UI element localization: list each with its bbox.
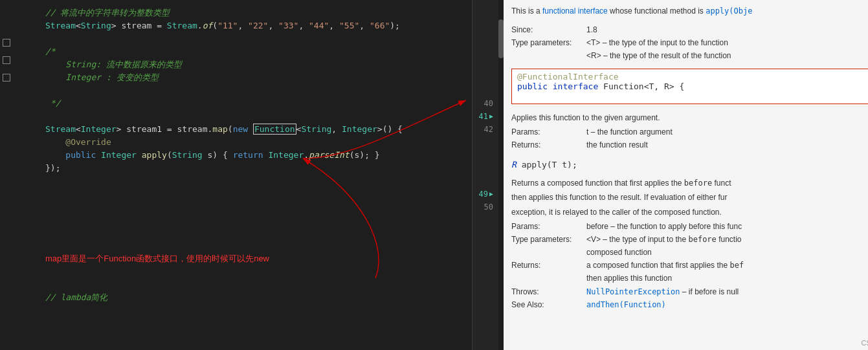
margin-icon-3 [3,74,10,82]
override-code: @Override [45,136,465,149]
code-line-stream-create: Stream<String> stream = Stream.of("11", … [13,19,472,32]
csdn-watermark: CSDN @KUJK [861,339,868,347]
code-line-block-end: */ [13,97,472,110]
apply-code: public Integer apply(String s) { return … [45,149,465,162]
code-line-blank1 [13,32,472,45]
doc-bef-code: bef [729,261,744,270]
doc-compose-params-label: Params: [511,221,583,233]
code-line-block-string: String: 流中数据原来的类型 [13,58,472,71]
gutter-line-40: 40 [473,97,498,110]
code-line-apply: public Integer apply(String s) { return … [13,149,472,162]
doc-see-also-label: See Also: [511,299,583,311]
block-comment-start: /* [45,45,465,58]
doc-compose-type-params-label: Type parameters: [511,234,583,246]
doc-compose-type-params-val3: composed function [586,246,652,259]
doc-apply-params: Params: t – the function argument [511,126,868,138]
code-line-blank3 [13,110,472,123]
doc-meta-type-params: Type parameters: <T> – the type of the i… [511,37,868,49]
doc-before-code2: before [688,235,716,244]
doc-throws-label: Throws: [511,286,583,298]
annotation-text: map里面是一个Function函数式接口，使用的时候可以先new [45,252,465,265]
margin-icon-2 [3,56,10,64]
block-comment-string: String: 流中数据原来的类型 [45,58,465,71]
stream-create-code: Stream<String> stream = Stream.of("11", … [45,19,465,32]
doc-apply-returns: Returns: the function result [511,139,868,151]
doc-apply-params-label: Params: [511,126,583,138]
code-line-lambda-comment: // lambda简化 [13,291,472,304]
code-line-blank5 [13,188,472,201]
doc-before-code1: before [684,179,712,188]
code-line-blank10 [13,265,472,278]
code-line-annotation: map里面是一个Function函数式接口，使用的时候可以先new [13,252,472,265]
gutter-line-49: 49 ▶ [473,188,498,201]
code-panel-wrapper: // 将流中的字符串转为整数类型 Stream<String> stream =… [0,0,498,350]
func-interface-line40: @FunctionalInterface [517,72,868,82]
doc-compose-returns2: then applies this function [511,272,868,285]
doc-meta-type-param2-row: <R> – the type of the result of the func… [511,50,868,62]
doc-compose-desc2: then applies this function to the result… [511,191,868,204]
code-line-block-integer: Integer : 变变的类型 [13,71,472,84]
doc-compose-desc3: exception, it is relayed to the caller o… [511,206,868,219]
doc-compose-params-value: before – the function to apply before th… [586,221,742,233]
gutter-line-41: 41 ▶ [473,110,498,123]
doc-since-value: 1.8 [586,24,597,36]
scrollbar-thumb[interactable] [498,19,504,58]
doc-compose-params: Params: before – the function to apply b… [511,221,868,233]
doc-meta: Since: 1.8 Type parameters: <T> – the ty… [504,22,868,65]
code-line-comment-convert: // 将流中的字符串转为整数类型 [13,6,472,19]
doc-since-label: Since: [511,24,583,36]
gutter-line-42: 42 [473,123,498,136]
main-container: // 将流中的字符串转为整数类型 Stream<String> stream =… [0,0,868,350]
code-panel: // 将流中的字符串转为整数类型 Stream<String> stream =… [13,0,473,350]
doc-compose-returns-val3: then applies this function [586,272,672,285]
gutter: 40 41 ▶ 42 49 ▶ 50 [473,0,498,350]
code-line-block-start: /* [13,45,472,58]
block-comment-integer: Integer : 变变的类型 [45,71,465,84]
doc-type-param1: <T> – the type of the input to the funct… [586,37,728,49]
doc-compose-returns-label: Returns: [511,259,583,272]
doc-apply-returns-label: Returns: [511,139,583,151]
doc-compose-section: Returns a composed function that first a… [504,173,868,316]
doc-compose-returns-value: a composed function that first applies t… [586,259,744,272]
doc-throws-link[interactable]: NullPointerException [586,287,680,296]
doc-header: This is a functional interface whose fun… [504,0,868,22]
doc-compose-desc1: Returns a composed function that first a… [511,177,868,190]
doc-compose-type-params-value: <V> – the type of input to the before fu… [586,234,742,246]
lambda-comment-text: // lambda简化 [45,291,465,304]
doc-compose-returns: Returns: a composed function that first … [511,259,868,272]
doc-panel: This is a functional interface whose fun… [504,0,868,350]
code-line-stream1: Stream<Integer> stream1 = stream.map(new… [13,123,472,136]
code-line-blank11 [13,278,472,291]
doc-header-link2[interactable]: apply(Obje [706,6,752,16]
code-line-blank9 [13,239,472,252]
margin-icon-1 [3,39,10,47]
doc-method-sig: R apply(T t); [504,156,868,173]
code-line-closing: }); [13,162,472,175]
doc-apply-desc-text: Applies this function to the given argum… [511,112,868,124]
doc-see-also-link[interactable]: andThen(Function) [586,299,666,311]
scrollbar[interactable] [498,0,504,350]
doc-method-apply: apply(T t); [522,160,577,170]
code-line-blank4 [13,175,472,188]
doc-compose-type-params: Type parameters: <V> – the type of input… [511,234,868,246]
doc-header-text1: This is a [511,6,542,16]
code-line-override: @Override [13,136,472,149]
doc-compose-see-also: See Also: andThen(Function) [511,299,868,311]
doc-meta-since: Since: 1.8 [511,24,868,36]
margin-panel [0,0,13,350]
gutter-arrow-49: ▶ [489,188,493,201]
doc-type-param2-label [511,50,583,62]
func-interface-line41: public interface Function<T, R> { [517,82,868,91]
stream1-code: Stream<Integer> stream1 = stream.map(new… [45,123,465,136]
doc-header-text2: whose functional method is [610,6,706,16]
doc-type-params-label: Type parameters: [511,37,583,49]
doc-header-link1[interactable]: functional interface [542,6,608,16]
doc-apply-description: Applies this function to the given argum… [504,108,868,157]
gutter-line-50: 50 [473,201,498,213]
func-interface-box: @FunctionalInterface public interface Fu… [511,69,868,104]
doc-type-param2: <R> – the type of the result of the func… [586,50,731,62]
code-line-blank8 [13,226,472,239]
code-line-blank6 [13,201,472,213]
closing-code: }); [45,162,465,175]
block-comment-end: */ [45,97,465,110]
